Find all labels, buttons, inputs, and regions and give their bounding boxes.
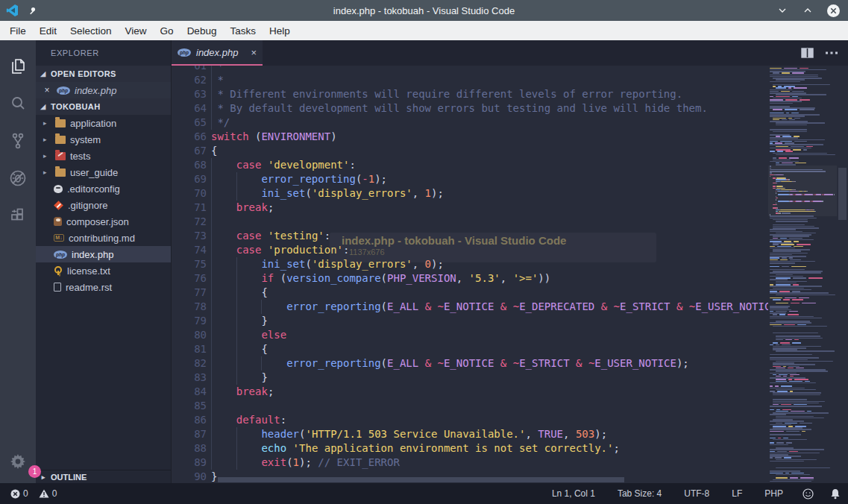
notifications-bell-icon[interactable] [830,488,841,500]
code-line-61[interactable]: * [211,66,768,73]
line-number[interactable]: 69 [172,172,207,186]
line-number[interactable]: 80 [172,328,207,342]
line-number[interactable]: 61 [172,66,207,73]
code-line-67[interactable]: { [211,144,768,158]
code-line-87[interactable]: header('HTTP/1.1 503 Service Unavailable… [211,427,768,441]
editor[interactable]: 6162636465666768697071727374757677787980… [172,66,848,483]
menu-help[interactable]: Help [263,22,297,40]
line-number[interactable]: 79 [172,314,207,328]
line-number[interactable]: 73 [172,229,207,243]
tree-item-editorconfig[interactable]: .editorconfig [36,180,171,197]
menu-file[interactable]: File [3,22,33,40]
code-line-63[interactable]: * Different environments will require di… [211,87,768,101]
menu-view[interactable]: View [119,22,154,40]
close-button[interactable] [826,3,841,18]
line-number[interactable]: 62 [172,73,207,87]
tree-item-readme-rst[interactable]: readme.rst [36,279,171,295]
code-line-79[interactable]: } [211,314,768,328]
code-line-85[interactable] [211,399,768,413]
tree-item-gitignore[interactable]: .gitignore [36,197,171,213]
line-number[interactable]: 64 [172,101,207,116]
code-line-72[interactable] [211,215,768,229]
line-number-gutter[interactable]: 6162636465666768697071727374757677787980… [172,66,207,483]
line-number[interactable]: 83 [172,371,207,385]
code-line-80[interactable]: else [211,328,768,342]
code-line-64[interactable]: * By default development will show error… [211,101,768,116]
menu-tasks[interactable]: Tasks [223,22,263,40]
code-content[interactable]: * * * Different environments will requir… [207,66,768,483]
code-line-75[interactable]: ini_set('display_errors', 0); [211,257,768,271]
more-actions-icon[interactable] [826,51,838,54]
code-line-73[interactable]: case 'testing': [211,229,768,243]
line-number[interactable]: 75 [172,257,207,271]
problems-warnings[interactable]: 0 [36,488,60,499]
status-lf[interactable]: LF [729,488,745,499]
minimize-button[interactable] [775,3,790,18]
tree-item-index-php[interactable]: index.php [36,246,171,262]
tab-index-php[interactable]: index.php × [172,40,263,66]
line-number[interactable]: 65 [172,116,207,130]
menu-edit[interactable]: Edit [33,22,63,40]
line-number[interactable]: 67 [172,144,207,158]
code-line-81[interactable]: { [211,342,768,356]
line-number[interactable]: 87 [172,427,207,441]
tab-close-icon[interactable]: × [251,47,257,58]
line-number[interactable]: 72 [172,215,207,229]
open-editor-item[interactable]: × index.php [36,82,171,98]
code-line-78[interactable]: error_reporting(E_ALL & ~E_NOTICE & ~E_D… [211,300,768,314]
maximize-button[interactable] [800,3,815,18]
vertical-scrollbar[interactable] [837,66,848,483]
code-line-74[interactable]: case 'production': [211,243,768,257]
line-number[interactable]: 77 [172,286,207,300]
code-line-71[interactable]: break; [211,201,768,215]
line-number[interactable]: 71 [172,201,207,215]
menu-debug[interactable]: Debug [180,22,224,40]
menu-go[interactable]: Go [154,22,180,40]
line-number[interactable]: 63 [172,87,207,101]
line-number[interactable]: 70 [172,186,207,201]
folder-section-header[interactable]: ◢ TOKOBUAH [36,98,171,115]
debug-disabled-icon[interactable] [0,160,36,197]
search-icon[interactable] [0,85,36,122]
line-number[interactable]: 85 [172,399,207,413]
line-number[interactable]: 66 [172,130,207,144]
extensions-icon[interactable] [0,197,36,234]
tree-item-contributing-md[interactable]: contributing.md [36,230,171,246]
code-line-89[interactable]: exit(1); // EXIT_ERROR [211,456,768,470]
line-number[interactable]: 88 [172,441,207,456]
minimap[interactable] [768,66,837,483]
tree-item-composer-json[interactable]: composer.json [36,213,171,230]
problems-errors[interactable]: 0 [7,488,31,499]
status-tab-size-4[interactable]: Tab Size: 4 [615,488,665,499]
open-editors-header[interactable]: ◢ OPEN EDITORS [36,66,171,82]
line-number[interactable]: 89 [172,456,207,470]
code-line-66[interactable]: switch (ENVIRONMENT) [211,130,768,144]
line-number[interactable]: 84 [172,385,207,399]
code-line-62[interactable]: * [211,73,768,87]
code-line-70[interactable]: ini_set('display_errors', 1); [211,186,768,201]
pin-icon[interactable] [27,5,37,16]
line-number[interactable]: 76 [172,271,207,286]
tree-item-license-txt[interactable]: license.txt [36,262,171,279]
status-php[interactable]: PHP [761,488,786,499]
code-line-77[interactable]: { [211,286,768,300]
code-line-83[interactable]: } [211,371,768,385]
line-number[interactable]: 82 [172,356,207,371]
line-number[interactable]: 86 [172,413,207,427]
tree-item-tests[interactable]: ▸tests [36,148,171,164]
vertical-scrollbar-thumb[interactable] [838,168,847,220]
notification-badge[interactable]: 1 [28,465,41,478]
outline-section-header[interactable]: ▸ OUTLINE [36,470,171,483]
tree-item-system[interactable]: ▸system [36,131,171,148]
code-line-68[interactable]: case 'development': [211,158,768,172]
line-number[interactable]: 81 [172,342,207,356]
source-control-icon[interactable] [0,122,36,160]
feedback-smiley-icon[interactable] [803,488,814,500]
tree-item-application[interactable]: ▸application [36,115,171,131]
status-utf-8[interactable]: UTF-8 [681,488,712,499]
code-line-86[interactable]: default: [211,413,768,427]
close-editor-icon[interactable]: × [42,85,52,95]
line-number[interactable]: 74 [172,243,207,257]
code-line-69[interactable]: error_reporting(-1); [211,172,768,186]
explorer-icon[interactable] [0,48,36,85]
